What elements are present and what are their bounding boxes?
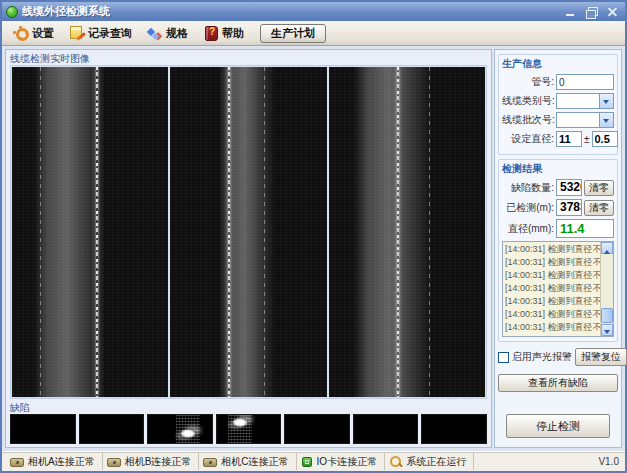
sidebar-spacer bbox=[498, 396, 618, 410]
defect-thumbnail[interactable] bbox=[147, 414, 213, 444]
statusbar: 相机A连接正常 相机B连接正常 相机C连接正常 IO卡连接正常 bbox=[2, 451, 625, 471]
clear-defect-count-button[interactable]: 清零 bbox=[584, 180, 614, 196]
cable-batch-value bbox=[557, 113, 599, 127]
stop-detection-button[interactable]: 停止检测 bbox=[506, 414, 610, 438]
log-entry: [14:00:31] 检测到直径不合格 bbox=[505, 243, 600, 256]
window-title: 线缆外径检测系统 bbox=[22, 4, 558, 19]
magnifier-icon bbox=[389, 455, 402, 468]
production-info-title: 生产信息 bbox=[502, 57, 614, 71]
io-icon bbox=[301, 456, 313, 468]
clear-measured-length-button[interactable]: 清零 bbox=[584, 200, 614, 216]
defect-count-row: 缺陷数量: 53209 清零 bbox=[502, 179, 614, 196]
live-image-label: 线缆检测实时图像 bbox=[10, 52, 487, 65]
defect-thumbnail[interactable] bbox=[79, 414, 145, 444]
image-noise bbox=[329, 67, 485, 397]
camera-feed bbox=[329, 67, 485, 397]
scrollbar-thumb[interactable] bbox=[601, 308, 613, 323]
diameter-label: 直径(mm): bbox=[502, 222, 554, 236]
status-item: 相机B连接正常 bbox=[103, 453, 200, 470]
close-button[interactable] bbox=[604, 5, 621, 19]
detection-log[interactable]: [14:00:31] 检测到直径不合格 [14:00:31] 检测到直径不合格 … bbox=[502, 241, 614, 337]
help-icon bbox=[202, 25, 219, 41]
log-entry: [14:00:31] 检测到直径不合格 bbox=[505, 282, 600, 295]
camera-feeds bbox=[10, 65, 487, 399]
scrollbar-track[interactable] bbox=[601, 254, 613, 324]
detection-results-group: 检测结果 缺陷数量: 53209 清零 已检测(m): 3783.3 清零 直径… bbox=[498, 159, 618, 342]
live-image-panel: 线缆检测实时图像 bbox=[5, 49, 492, 448]
toolbar-item[interactable]: 规格 bbox=[142, 23, 192, 43]
camera-icon bbox=[203, 456, 217, 467]
spec-icon bbox=[146, 25, 163, 41]
set-diameter-input[interactable] bbox=[556, 131, 582, 147]
cable-batch-combo[interactable] bbox=[556, 112, 614, 128]
scroll-up-icon[interactable] bbox=[601, 242, 613, 254]
alarm-checkbox-label: 启用声光报警 bbox=[512, 350, 572, 364]
chevron-down-icon[interactable] bbox=[599, 94, 613, 108]
toolbar-item[interactable]: 帮助 bbox=[198, 23, 248, 43]
defect-thumbnail[interactable] bbox=[10, 414, 76, 444]
log-scrollbar[interactable] bbox=[600, 242, 613, 336]
measured-length-label: 已检测(m): bbox=[502, 201, 554, 215]
records-icon bbox=[68, 25, 85, 41]
diameter-value: 11.4 bbox=[556, 219, 614, 238]
cable-type-combo[interactable] bbox=[556, 93, 614, 109]
defect-strip-label: 缺陷 bbox=[10, 401, 487, 414]
log-entry: [14:00:31] 检测到直径不合格 bbox=[505, 256, 600, 269]
defect-thumbnail[interactable] bbox=[216, 414, 282, 444]
cable-batch-row: 线缆批次号: bbox=[502, 112, 614, 128]
image-noise bbox=[170, 67, 326, 397]
tube-number-label: 管号: bbox=[502, 75, 554, 89]
status-item: IO卡连接正常 bbox=[297, 453, 386, 470]
cable-type-row: 线缆类别号: bbox=[502, 93, 614, 109]
settings-icon bbox=[12, 25, 29, 41]
measured-length-value: 3783.3 bbox=[556, 199, 582, 216]
sidebar: 生产信息 管号: 线缆类别号: 线缆批次号: bbox=[494, 49, 622, 448]
log-entry: [14:00:31] 检测到直径不合格 bbox=[505, 269, 600, 282]
cable-batch-label: 线缆批次号: bbox=[502, 113, 554, 127]
version-label: V1.0 bbox=[598, 456, 621, 467]
status-item: 相机A连接正常 bbox=[6, 453, 103, 470]
status-item: 相机C连接正常 bbox=[199, 453, 296, 470]
alarm-reset-button[interactable]: 报警复位 bbox=[575, 348, 627, 366]
set-diameter-row: 设定直径: ± bbox=[502, 131, 614, 147]
scroll-down-icon[interactable] bbox=[601, 324, 613, 336]
plus-minus-label: ± bbox=[584, 134, 590, 145]
status-items: 相机A连接正常 相机B连接正常 相机C连接正常 IO卡连接正常 bbox=[6, 453, 474, 470]
defect-thumbnail[interactable] bbox=[353, 414, 419, 444]
defect-thumbnail[interactable] bbox=[284, 414, 350, 444]
toolbar-item[interactable]: 设置 bbox=[8, 23, 58, 43]
camera-icon bbox=[10, 456, 24, 467]
alarm-checkbox[interactable] bbox=[498, 352, 509, 363]
toolbar: 设置 记录查询 规格 帮助 生产计划 bbox=[2, 21, 625, 46]
minimize-button[interactable] bbox=[562, 5, 579, 19]
titlebar: 线缆外径检测系统 bbox=[2, 2, 625, 21]
tolerance-input[interactable] bbox=[592, 131, 618, 147]
camera-feed bbox=[170, 67, 326, 397]
cable-type-value bbox=[557, 94, 599, 108]
diameter-row: 直径(mm): 11.4 bbox=[502, 219, 614, 238]
app-window: 线缆外径检测系统 设置 记录查询 规格 帮助 生产计划 bbox=[0, 0, 627, 473]
defect-count-label: 缺陷数量: bbox=[502, 181, 554, 195]
detection-results-title: 检测结果 bbox=[502, 162, 614, 176]
defect-thumbnails bbox=[10, 414, 487, 444]
log-entry: [14:00:31] 检测到直径不合格 bbox=[505, 321, 600, 334]
restore-button[interactable] bbox=[583, 5, 600, 19]
view-all-defects-button[interactable]: 查看所有缺陷 bbox=[498, 374, 618, 392]
production-plan-button[interactable]: 生产计划 bbox=[260, 24, 326, 43]
log-entry: [14:00:31] 检测到直径不合格 bbox=[505, 295, 600, 308]
defect-count-value: 53209 bbox=[556, 179, 582, 196]
chevron-down-icon[interactable] bbox=[599, 113, 613, 127]
tube-number-input[interactable] bbox=[556, 74, 614, 90]
main-content: 线缆检测实时图像 bbox=[2, 46, 625, 451]
measured-length-row: 已检测(m): 3783.3 清零 bbox=[502, 199, 614, 216]
app-icon bbox=[6, 6, 18, 18]
production-info-group: 生产信息 管号: 线缆类别号: 线缆批次号: bbox=[498, 54, 618, 155]
defect-thumbnail[interactable] bbox=[421, 414, 487, 444]
toolbar-item[interactable]: 记录查询 bbox=[64, 23, 136, 43]
camera-feed bbox=[12, 67, 168, 397]
camera-icon bbox=[107, 456, 121, 467]
cable-type-label: 线缆类别号: bbox=[502, 94, 554, 108]
image-noise bbox=[12, 67, 168, 397]
set-diameter-label: 设定直径: bbox=[502, 132, 554, 146]
log-entries: [14:00:31] 检测到直径不合格 [14:00:31] 检测到直径不合格 … bbox=[503, 242, 600, 336]
